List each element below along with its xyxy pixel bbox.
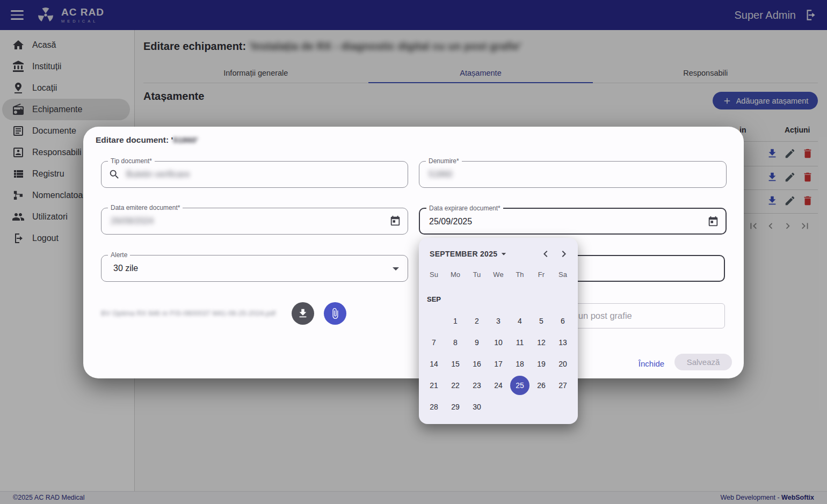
calendar-day-cell[interactable]: 10	[488, 332, 509, 353]
calendar-day-cell[interactable]: 1	[445, 310, 466, 332]
calendar-day-cell[interactable]: 9	[466, 332, 488, 353]
dialog-title: Editare document: '51860'	[96, 135, 198, 145]
calendar-day-cell[interactable]: 12	[531, 332, 552, 353]
alerte-select[interactable]: Alerte 30 zile	[101, 255, 408, 282]
data-expirare-field[interactable]: Data expirare document* 25/09/2025	[419, 208, 727, 235]
download-icon	[297, 308, 309, 319]
redacted-tip-document-value: Buletin verificare	[126, 162, 190, 187]
calendar-day-cell[interactable]: 7	[423, 332, 445, 353]
calendar-day-cell[interactable]: 11	[509, 332, 531, 353]
attach-file-button[interactable]	[324, 302, 346, 325]
close-dialog-button[interactable]: Închide	[627, 355, 676, 371]
calendar-day-cell[interactable]: 22	[445, 375, 466, 396]
calendar-grid: 1234567891011121314151617181920212223242…	[423, 310, 574, 418]
calendar-day-cell[interactable]: 28	[423, 396, 445, 418]
calendar-empty-cell	[531, 396, 552, 418]
calendar-day-cell[interactable]: 5	[531, 310, 552, 332]
calendar-day-cell[interactable]: 27	[552, 375, 574, 396]
calendar-day-cell[interactable]: 30	[466, 396, 488, 418]
calendar-empty-cell	[488, 396, 509, 418]
month-year-dropdown[interactable]: SEPTEMBER 2025	[430, 249, 509, 259]
calendar-day-cell[interactable]: 18	[509, 353, 531, 375]
save-button[interactable]: Salvează	[674, 354, 732, 370]
calendar-day-cell[interactable]: 29	[445, 396, 466, 418]
tip-document-field[interactable]: Tip document* Buletin verificare	[101, 161, 408, 188]
redacted-denumire-value: 51860	[429, 162, 453, 187]
weekday-header: SuMo TuWe ThFr Sa	[423, 266, 574, 284]
redacted-attached-file-name: BV Optima RX 646 nr FIS-0600037 M41-06-2…	[101, 306, 284, 321]
data-emitere-field[interactable]: Data emitere document* 26/09/2024	[101, 208, 408, 235]
calendar-icon[interactable]	[707, 216, 719, 228]
calendar-empty-cell	[423, 310, 445, 332]
calendar-day-cell[interactable]: 15	[445, 353, 466, 375]
calendar-day-cell[interactable]: 14	[423, 353, 445, 375]
calendar-empty-cell	[552, 396, 574, 418]
calendar-day-cell[interactable]: 24	[488, 375, 509, 396]
paperclip-icon	[329, 308, 341, 319]
calendar-day-cell[interactable]: 21	[423, 375, 445, 396]
dropdown-arrow-icon	[498, 249, 509, 259]
calendar-day-cell[interactable]: 4	[509, 310, 531, 332]
redacted-document-name: 51860'	[173, 135, 198, 144]
denumire-field[interactable]: Denumire* 51860	[419, 161, 727, 188]
calendar-icon[interactable]	[389, 215, 401, 227]
calendar-day-cell[interactable]: 17	[488, 353, 509, 375]
calendar-day-cell[interactable]: 26	[531, 375, 552, 396]
calendar-day-cell[interactable]: 2	[466, 310, 488, 332]
month-abbr-label: SEP	[423, 289, 445, 310]
redacted-data-emitere-value: 26/09/2024	[111, 208, 154, 234]
edit-document-dialog: Editare document: '51860' Tip document* …	[83, 127, 744, 378]
calendar-day-cell[interactable]: 3	[488, 310, 509, 332]
calendar-day-cell[interactable]: 19	[531, 353, 552, 375]
calendar-empty-cell	[509, 396, 531, 418]
calendar-day-cell[interactable]: 13	[552, 332, 574, 353]
calendar-day-cell[interactable]: 23	[466, 375, 488, 396]
date-picker-popup: SEPTEMBER 2025 SuMo TuWe ThFr Sa SEP 123…	[419, 238, 578, 424]
search-icon	[108, 169, 120, 180]
chevron-down-icon	[393, 267, 399, 271]
calendar-day-cell[interactable]: 6	[552, 310, 574, 332]
calendar-day-cell[interactable]: 16	[466, 353, 488, 375]
data-expirare-value: 25/09/2025	[429, 209, 472, 235]
calendar-day-cell[interactable]: 25	[509, 375, 531, 396]
next-month-icon[interactable]	[557, 247, 570, 260]
alerte-value: 30 zile	[113, 255, 138, 281]
download-file-button[interactable]	[292, 302, 314, 325]
calendar-day-cell[interactable]: 8	[445, 332, 466, 353]
calendar-day-cell[interactable]: 20	[552, 353, 574, 375]
previous-month-icon[interactable]	[539, 247, 552, 260]
